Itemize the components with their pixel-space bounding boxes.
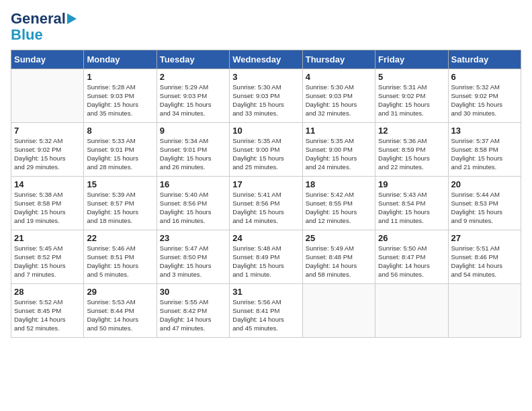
day-info: Sunrise: 5:40 AM Sunset: 8:56 PM Dayligh… [160,191,226,225]
day-info: Sunrise: 5:44 AM Sunset: 8:53 PM Dayligh… [451,191,518,225]
day-info: Sunrise: 5:56 AM Sunset: 8:41 PM Dayligh… [232,298,299,332]
day-number: 1 [87,72,153,82]
calendar-body: 1Sunrise: 5:28 AM Sunset: 9:03 PM Daylig… [11,69,521,338]
day-info: Sunrise: 5:46 AM Sunset: 8:51 PM Dayligh… [87,244,153,279]
day-number: 10 [232,126,299,136]
day-cell: 23Sunrise: 5:47 AM Sunset: 8:50 PM Dayli… [157,230,229,284]
col-header-wednesday: Wednesday [230,50,302,69]
day-cell: 4Sunrise: 5:30 AM Sunset: 9:03 PM Daylig… [302,69,375,123]
day-number: 8 [87,126,153,136]
col-header-thursday: Thursday [302,50,375,69]
day-cell [11,69,84,123]
day-cell: 28Sunrise: 5:52 AM Sunset: 8:45 PM Dayli… [11,284,84,338]
day-info: Sunrise: 5:32 AM Sunset: 9:02 PM Dayligh… [451,83,518,118]
day-cell: 25Sunrise: 5:49 AM Sunset: 8:48 PM Dayli… [302,230,375,284]
day-number: 20 [451,179,518,189]
col-header-friday: Friday [375,50,448,69]
week-row-5: 28Sunrise: 5:52 AM Sunset: 8:45 PM Dayli… [11,284,521,338]
day-cell: 27Sunrise: 5:51 AM Sunset: 8:46 PM Dayli… [448,230,521,284]
page-header: General Blue [11,11,521,43]
day-info: Sunrise: 5:39 AM Sunset: 8:57 PM Dayligh… [87,191,153,225]
day-cell: 26Sunrise: 5:50 AM Sunset: 8:47 PM Dayli… [375,230,448,284]
day-cell [302,284,375,338]
day-info: Sunrise: 5:52 AM Sunset: 8:45 PM Dayligh… [14,298,81,332]
day-number: 22 [87,233,153,243]
day-info: Sunrise: 5:35 AM Sunset: 9:00 PM Dayligh… [306,137,372,171]
day-info: Sunrise: 5:33 AM Sunset: 9:01 PM Dayligh… [87,137,153,171]
day-number: 5 [378,72,445,82]
day-cell [448,284,521,338]
day-info: Sunrise: 5:31 AM Sunset: 9:02 PM Dayligh… [378,83,445,118]
day-number: 24 [232,233,299,243]
day-info: Sunrise: 5:45 AM Sunset: 8:52 PM Dayligh… [14,244,81,279]
day-cell: 31Sunrise: 5:56 AM Sunset: 8:41 PM Dayli… [230,284,302,338]
day-info: Sunrise: 5:38 AM Sunset: 8:58 PM Dayligh… [14,191,81,225]
day-cell [375,284,448,338]
day-cell: 12Sunrise: 5:36 AM Sunset: 8:59 PM Dayli… [375,123,448,177]
week-row-1: 1Sunrise: 5:28 AM Sunset: 9:03 PM Daylig… [11,69,521,123]
day-cell: 2Sunrise: 5:29 AM Sunset: 9:03 PM Daylig… [157,69,229,123]
day-cell: 20Sunrise: 5:44 AM Sunset: 8:53 PM Dayli… [448,177,521,230]
day-info: Sunrise: 5:29 AM Sunset: 9:03 PM Dayligh… [160,83,226,118]
day-info: Sunrise: 5:41 AM Sunset: 8:56 PM Dayligh… [232,191,299,225]
day-info: Sunrise: 5:42 AM Sunset: 8:55 PM Dayligh… [306,191,372,225]
day-cell: 21Sunrise: 5:45 AM Sunset: 8:52 PM Dayli… [11,230,84,284]
day-number: 28 [14,287,81,297]
day-number: 12 [378,126,445,136]
day-number: 15 [87,179,153,189]
day-info: Sunrise: 5:34 AM Sunset: 9:01 PM Dayligh… [160,137,226,171]
day-number: 31 [232,287,299,297]
day-number: 4 [306,72,372,82]
day-info: Sunrise: 5:32 AM Sunset: 9:02 PM Dayligh… [14,137,81,171]
day-number: 14 [14,179,81,189]
day-info: Sunrise: 5:51 AM Sunset: 8:46 PM Dayligh… [451,244,518,279]
day-cell: 22Sunrise: 5:46 AM Sunset: 8:51 PM Dayli… [84,230,157,284]
logo-text-general: General [11,11,66,27]
day-cell: 29Sunrise: 5:53 AM Sunset: 8:44 PM Dayli… [84,284,157,338]
day-cell: 10Sunrise: 5:35 AM Sunset: 9:00 PM Dayli… [230,123,302,177]
day-number: 29 [87,287,153,297]
logo-arrow-icon [67,13,77,24]
day-number: 23 [160,233,226,243]
col-header-monday: Monday [84,50,157,69]
day-number: 25 [306,233,372,243]
day-cell: 13Sunrise: 5:37 AM Sunset: 8:58 PM Dayli… [448,123,521,177]
day-number: 19 [378,179,445,189]
week-row-4: 21Sunrise: 5:45 AM Sunset: 8:52 PM Dayli… [11,230,521,284]
day-cell: 3Sunrise: 5:30 AM Sunset: 9:03 PM Daylig… [230,69,302,123]
day-number: 21 [14,233,81,243]
calendar-table: SundayMondayTuesdayWednesdayThursdayFrid… [11,50,521,338]
day-cell: 17Sunrise: 5:41 AM Sunset: 8:56 PM Dayli… [230,177,302,230]
day-cell: 9Sunrise: 5:34 AM Sunset: 9:01 PM Daylig… [157,123,229,177]
day-number: 6 [451,72,518,82]
day-info: Sunrise: 5:28 AM Sunset: 9:03 PM Dayligh… [87,83,153,118]
day-number: 17 [232,179,299,189]
day-number: 3 [232,72,299,82]
day-cell: 18Sunrise: 5:42 AM Sunset: 8:55 PM Dayli… [302,177,375,230]
col-header-saturday: Saturday [448,50,521,69]
day-cell: 30Sunrise: 5:55 AM Sunset: 8:42 PM Dayli… [157,284,229,338]
day-info: Sunrise: 5:53 AM Sunset: 8:44 PM Dayligh… [87,298,153,332]
day-cell: 5Sunrise: 5:31 AM Sunset: 9:02 PM Daylig… [375,69,448,123]
day-cell: 6Sunrise: 5:32 AM Sunset: 9:02 PM Daylig… [448,69,521,123]
week-row-2: 7Sunrise: 5:32 AM Sunset: 9:02 PM Daylig… [11,123,521,177]
day-number: 18 [306,179,372,189]
day-cell: 15Sunrise: 5:39 AM Sunset: 8:57 PM Dayli… [84,177,157,230]
week-row-3: 14Sunrise: 5:38 AM Sunset: 8:58 PM Dayli… [11,177,521,230]
day-cell: 11Sunrise: 5:35 AM Sunset: 9:00 PM Dayli… [302,123,375,177]
day-cell: 8Sunrise: 5:33 AM Sunset: 9:01 PM Daylig… [84,123,157,177]
day-number: 11 [306,126,372,136]
logo-text-blue: Blue [11,27,43,43]
day-number: 7 [14,126,81,136]
day-info: Sunrise: 5:43 AM Sunset: 8:54 PM Dayligh… [378,191,445,225]
day-info: Sunrise: 5:37 AM Sunset: 8:58 PM Dayligh… [451,137,518,171]
day-info: Sunrise: 5:48 AM Sunset: 8:49 PM Dayligh… [232,244,299,279]
day-number: 16 [160,179,226,189]
day-info: Sunrise: 5:47 AM Sunset: 8:50 PM Dayligh… [160,244,226,279]
day-cell: 7Sunrise: 5:32 AM Sunset: 9:02 PM Daylig… [11,123,84,177]
calendar-header-row: SundayMondayTuesdayWednesdayThursdayFrid… [11,50,521,69]
col-header-tuesday: Tuesday [157,50,229,69]
day-info: Sunrise: 5:30 AM Sunset: 9:03 PM Dayligh… [306,83,372,118]
day-cell: 16Sunrise: 5:40 AM Sunset: 8:56 PM Dayli… [157,177,229,230]
col-header-sunday: Sunday [11,50,84,69]
